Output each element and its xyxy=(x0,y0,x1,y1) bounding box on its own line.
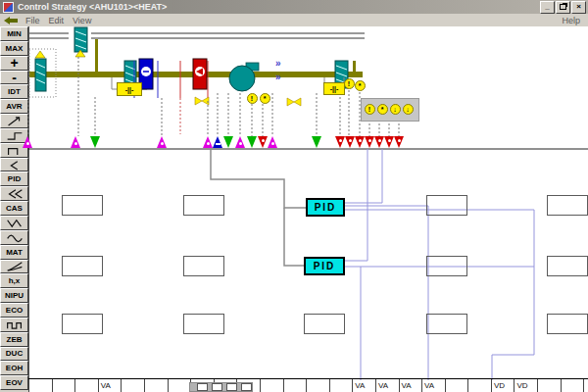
connector-green-down[interactable] xyxy=(312,136,322,148)
placeholder-block[interactable] xyxy=(547,195,588,216)
toolbar-button-pid[interactable]: PID xyxy=(0,172,28,186)
toolbar-button-add[interactable]: + xyxy=(0,56,28,71)
connector-blue-up[interactable] xyxy=(213,136,223,148)
sensor-icon[interactable]: ! xyxy=(247,93,258,104)
toolbar-button-sine-wave[interactable] xyxy=(0,230,28,245)
io-cell[interactable] xyxy=(74,379,98,392)
triangle-dot xyxy=(74,142,77,145)
io-cell[interactable] xyxy=(445,379,468,392)
back-arrow-icon[interactable] xyxy=(4,17,18,24)
toolbar-button-zeb[interactable]: ZEB xyxy=(0,332,28,347)
connector-magenta-up[interactable] xyxy=(268,136,278,148)
connector-red-down[interactable] xyxy=(394,136,405,148)
placeholder-block[interactable] xyxy=(426,314,467,334)
sensor-icon[interactable]: * xyxy=(377,104,388,115)
io-cell[interactable] xyxy=(260,379,283,392)
toolbar-button-max[interactable]: MAX xyxy=(0,41,28,56)
connector-magenta-up[interactable] xyxy=(71,136,81,148)
connector-magenta-up[interactable] xyxy=(157,136,168,148)
io-cell[interactable] xyxy=(329,379,353,392)
io-cell[interactable] xyxy=(537,379,561,392)
connector-green-down[interactable] xyxy=(223,136,234,148)
io-cell[interactable] xyxy=(28,379,52,392)
placeholder-block[interactable] xyxy=(183,314,224,334)
toolbar-button-shift[interactable] xyxy=(0,186,28,201)
io-cell[interactable] xyxy=(52,379,75,392)
sensor-icon[interactable]: ! xyxy=(365,104,375,115)
toolbar-button-triangle-wave[interactable] xyxy=(0,216,28,230)
sensor-icon[interactable]: ↓ xyxy=(403,104,414,115)
toolbar-button-square-wave[interactable] xyxy=(0,318,28,332)
valve-actuator-box[interactable]: -||- xyxy=(117,82,142,96)
close-button[interactable]: × xyxy=(571,1,586,14)
application-window: Control Strategy <AHU101><HEAT> _ × File… xyxy=(0,0,588,392)
minimize-button[interactable]: _ xyxy=(540,1,555,14)
io-cell-va[interactable]: VA xyxy=(375,379,399,392)
io-cell-va[interactable]: VA xyxy=(421,379,445,392)
connector-magenta-up[interactable] xyxy=(23,136,33,148)
triangle-shape xyxy=(394,136,404,148)
menu-view[interactable]: View xyxy=(73,16,91,25)
pid-block[interactable]: PID xyxy=(306,198,345,217)
square-wave-icon xyxy=(4,318,25,331)
toolbar-button-min[interactable]: MIN xyxy=(0,26,28,41)
placeholder-block[interactable] xyxy=(547,256,588,276)
connector-magenta-up[interactable] xyxy=(235,136,246,148)
placeholder-block[interactable] xyxy=(62,314,103,334)
io-cell[interactable] xyxy=(583,379,588,392)
connector-green-down[interactable] xyxy=(90,136,101,148)
triangle-dot xyxy=(349,139,352,142)
restore-icon xyxy=(560,4,566,10)
toolbar-button-idt[interactable]: IDT xyxy=(0,84,28,99)
menu-help[interactable]: Help xyxy=(562,16,580,25)
toolbar-button-eoh[interactable]: EOH xyxy=(0,361,28,375)
io-cell-vd[interactable]: VD xyxy=(491,379,514,392)
connector-green-down[interactable] xyxy=(247,136,258,148)
toolbar-button-nipu[interactable]: NIPU xyxy=(0,288,28,303)
placeholder-block[interactable] xyxy=(62,256,103,276)
placeholder-block[interactable] xyxy=(304,314,345,334)
sensor-icon[interactable]: * xyxy=(355,80,366,91)
valve-actuator-box[interactable]: -||- xyxy=(323,82,345,95)
toolbar-button-duc[interactable]: DUC xyxy=(0,347,28,362)
io-cell-va[interactable]: VA xyxy=(399,379,422,392)
placeholder-block[interactable] xyxy=(62,195,103,216)
sensor-icon[interactable]: ! xyxy=(344,78,355,89)
triangle-dot xyxy=(271,142,274,145)
toolbar-button-compare[interactable] xyxy=(0,158,28,172)
io-cell-vd[interactable]: VD xyxy=(514,379,537,392)
io-cell-va[interactable]: VA xyxy=(98,379,122,392)
toolbar-button-cascade[interactable]: CAS xyxy=(0,201,28,216)
io-cell[interactable] xyxy=(168,379,191,392)
io-cell[interactable] xyxy=(121,379,144,392)
menu-file[interactable]: File xyxy=(25,16,40,25)
toolbar-button-eco[interactable]: ECO xyxy=(0,303,28,318)
toolbar-button-enthalpy[interactable]: h,x xyxy=(0,273,28,288)
placeholder-block[interactable] xyxy=(183,256,224,276)
flow-arrow-icon: » xyxy=(275,74,281,81)
toolbar-button-avr[interactable]: AVR xyxy=(0,99,28,114)
io-cell[interactable] xyxy=(144,379,168,392)
restore-button[interactable] xyxy=(556,1,570,14)
io-block-panel[interactable] xyxy=(189,382,253,392)
toolbar-button-mat[interactable]: MAT xyxy=(0,245,28,260)
io-cell[interactable] xyxy=(283,379,307,392)
sensor-icon[interactable]: * xyxy=(260,93,270,104)
menu-edit[interactable]: Edit xyxy=(49,16,65,25)
toolbar-button-subtract[interactable]: - xyxy=(0,71,28,85)
io-cell[interactable] xyxy=(561,379,584,392)
arrow-bar xyxy=(10,19,18,23)
toolbar-button-ramp[interactable] xyxy=(0,114,28,128)
io-cell-va[interactable]: VA xyxy=(352,379,375,392)
pid-block[interactable]: PID xyxy=(304,257,345,275)
placeholder-block[interactable] xyxy=(426,256,467,276)
menubar: File Edit View Help xyxy=(0,14,588,27)
toolbar-button-eov[interactable]: EOV xyxy=(0,375,28,390)
placeholder-block[interactable] xyxy=(547,314,588,334)
toolbar-button-fan-curve[interactable] xyxy=(0,260,28,274)
io-cell[interactable] xyxy=(467,379,491,392)
io-cell[interactable] xyxy=(306,379,329,392)
placeholder-block[interactable] xyxy=(183,195,224,216)
placeholder-block[interactable] xyxy=(426,195,467,216)
sensor-icon[interactable]: ↓ xyxy=(390,104,401,115)
